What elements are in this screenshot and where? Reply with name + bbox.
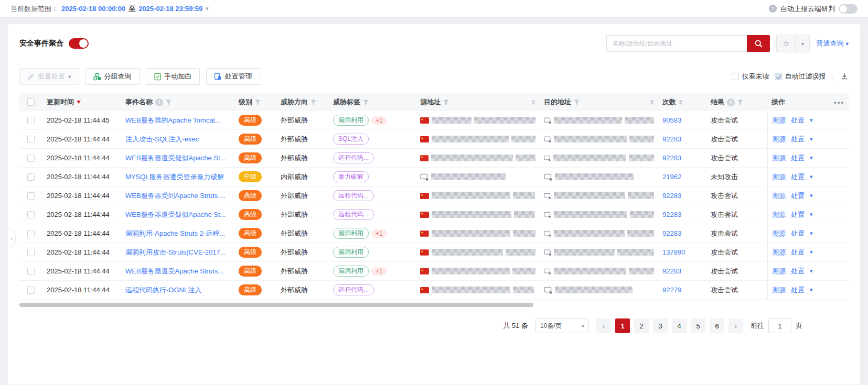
dispose-link[interactable]: 处置 bbox=[791, 248, 805, 257]
dispose-link[interactable]: 处置 bbox=[791, 172, 805, 182]
trace-link[interactable]: 溯源 bbox=[772, 172, 786, 182]
info-icon[interactable]: i bbox=[155, 98, 163, 106]
page-button-4[interactable]: 4 bbox=[672, 318, 687, 333]
extra-tags-badge[interactable]: +1 bbox=[371, 267, 387, 276]
event-name-link[interactable]: WEB服务器遭受疑似Apache St... bbox=[125, 153, 226, 163]
sort-icon[interactable] bbox=[650, 100, 654, 105]
event-name-link[interactable]: 注入攻击-SQL注入-exec bbox=[125, 135, 199, 144]
scrollbar-thumb[interactable] bbox=[19, 303, 533, 307]
count-link[interactable]: 92283 bbox=[662, 154, 681, 162]
page-button-2[interactable]: 2 bbox=[634, 318, 649, 333]
page-button-6[interactable]: 6 bbox=[710, 318, 724, 333]
date-from[interactable]: 2025-02-18 00:00:00 bbox=[61, 5, 125, 13]
row-checkbox[interactable] bbox=[27, 136, 35, 143]
extra-tags-badge[interactable]: +1 bbox=[371, 229, 387, 238]
dispose-link[interactable]: 处置 bbox=[791, 191, 805, 201]
sort-icon[interactable] bbox=[531, 100, 535, 105]
sort-desc-icon[interactable] bbox=[77, 101, 81, 104]
next-page-button[interactable]: › bbox=[728, 318, 743, 333]
row-checkbox[interactable] bbox=[27, 268, 35, 275]
query-mode-switch[interactable]: 普通查询 ▾ bbox=[816, 39, 849, 48]
trace-link[interactable]: 溯源 bbox=[772, 248, 786, 257]
count-link[interactable]: 92283 bbox=[662, 211, 681, 218]
filter-icon[interactable] bbox=[310, 100, 316, 105]
row-checkbox[interactable] bbox=[27, 211, 35, 218]
chevron-down-icon[interactable]: ▾ bbox=[810, 136, 813, 142]
group-query-button[interactable]: 分组查询 bbox=[85, 68, 140, 85]
row-checkbox[interactable] bbox=[27, 192, 35, 200]
count-link[interactable]: 92279 bbox=[662, 286, 681, 294]
chevron-down-icon[interactable]: ▾ bbox=[810, 192, 813, 199]
count-link[interactable]: 92283 bbox=[662, 267, 681, 275]
auto-filter-checkbox[interactable]: 自动过滤误报 bbox=[775, 72, 826, 81]
trace-link[interactable]: 溯源 bbox=[772, 229, 786, 238]
filter-icon[interactable] bbox=[737, 100, 743, 105]
trace-link[interactable]: 溯源 bbox=[772, 191, 786, 201]
dispose-link[interactable]: 处置 bbox=[791, 116, 805, 125]
page-size-select[interactable]: 10条/页 ▾ bbox=[535, 318, 589, 333]
dispose-link[interactable]: 处置 bbox=[791, 153, 805, 163]
dispose-link[interactable]: 处置 bbox=[791, 267, 805, 276]
select-all-checkbox[interactable] bbox=[27, 98, 35, 106]
trace-link[interactable]: 溯源 bbox=[772, 267, 786, 276]
manual-whitelist-button[interactable]: 手动加白 bbox=[146, 68, 200, 85]
trace-link[interactable]: 溯源 bbox=[772, 210, 786, 219]
sort-icon[interactable] bbox=[679, 100, 683, 105]
sidebar-collapse-handle[interactable]: ‹ bbox=[8, 228, 16, 248]
chevron-down-icon[interactable]: ▾ bbox=[810, 155, 813, 161]
event-name-link[interactable]: WEB服务器的Apache Tomcat... bbox=[125, 116, 221, 125]
row-checkbox[interactable] bbox=[27, 249, 35, 256]
goto-page-input[interactable] bbox=[768, 318, 791, 333]
filter-icon[interactable] bbox=[363, 100, 369, 105]
horizontal-scrollbar[interactable] bbox=[19, 303, 849, 307]
search-input[interactable] bbox=[606, 35, 747, 52]
page-button-3[interactable]: 3 bbox=[653, 318, 668, 333]
chevron-down-icon[interactable]: ▾ bbox=[810, 117, 813, 124]
row-checkbox[interactable] bbox=[27, 173, 35, 181]
chevron-down-icon[interactable]: ▾ bbox=[810, 173, 813, 180]
info-icon[interactable]: i bbox=[727, 98, 735, 106]
count-link[interactable]: 137890 bbox=[662, 248, 685, 256]
date-range-chevron-icon[interactable]: ▾ bbox=[206, 5, 209, 12]
page-button-5[interactable]: 5 bbox=[691, 318, 705, 333]
extra-tags-badge[interactable]: +1 bbox=[371, 116, 387, 125]
help-icon[interactable]: ? bbox=[769, 5, 777, 13]
event-name-link[interactable]: MYSQL服务器遭受登录暴力破解 bbox=[125, 172, 224, 182]
chevron-down-icon[interactable]: ▾ bbox=[810, 287, 813, 293]
event-name-link[interactable]: 漏洞利用攻击-Struts(CVE-2017... bbox=[125, 248, 226, 257]
download-icon[interactable] bbox=[840, 72, 849, 81]
trace-link[interactable]: 溯源 bbox=[772, 285, 786, 295]
row-checkbox[interactable] bbox=[27, 117, 35, 124]
event-name-link[interactable]: 远程代码执行-OGNL注入 bbox=[125, 285, 201, 295]
trace-link[interactable]: 溯源 bbox=[772, 135, 786, 144]
chevron-down-icon[interactable]: ▾ bbox=[810, 249, 813, 256]
row-checkbox[interactable] bbox=[27, 287, 35, 294]
batch-dispose-button[interactable]: 批量处置 ▾ bbox=[19, 68, 79, 85]
aggregation-toggle[interactable] bbox=[69, 38, 89, 49]
page-button-1[interactable]: 1 bbox=[615, 318, 630, 333]
count-link[interactable]: 92283 bbox=[662, 192, 681, 200]
chevron-down-icon[interactable]: ▾ bbox=[810, 211, 813, 218]
date-to[interactable]: 2025-02-18 23:59:59 bbox=[138, 5, 202, 13]
trace-link[interactable]: 溯源 bbox=[772, 153, 786, 163]
column-settings-icon[interactable]: ••• bbox=[834, 98, 844, 106]
filter-icon[interactable] bbox=[166, 100, 172, 105]
row-checkbox[interactable] bbox=[27, 230, 35, 237]
filter-icon[interactable] bbox=[255, 100, 261, 105]
filter-icon[interactable] bbox=[574, 100, 580, 105]
dispose-link[interactable]: 处置 bbox=[791, 210, 805, 219]
event-name-link[interactable]: WEB服务器遭受疑似Apache St... bbox=[125, 210, 226, 219]
dispose-link[interactable]: 处置 bbox=[791, 135, 805, 144]
event-name-link[interactable]: WEB服务器遭受Apache Struts... bbox=[125, 267, 223, 276]
count-link[interactable]: 90583 bbox=[662, 116, 681, 124]
dispose-link[interactable]: 处置 bbox=[791, 229, 805, 238]
count-link[interactable]: 21962 bbox=[662, 173, 681, 181]
favorite-star-button[interactable]: ☆ bbox=[777, 35, 796, 52]
dispose-link[interactable]: 处置 bbox=[791, 285, 805, 295]
trace-link[interactable]: 溯源 bbox=[772, 116, 786, 125]
row-checkbox[interactable] bbox=[27, 155, 35, 162]
search-button[interactable] bbox=[747, 35, 770, 52]
event-name-link[interactable]: WEB服务器受到Apache Struts ... bbox=[125, 191, 226, 201]
chevron-down-icon[interactable]: ▾ bbox=[810, 268, 813, 274]
dispose-manage-button[interactable]: 处置管理 bbox=[206, 68, 260, 85]
